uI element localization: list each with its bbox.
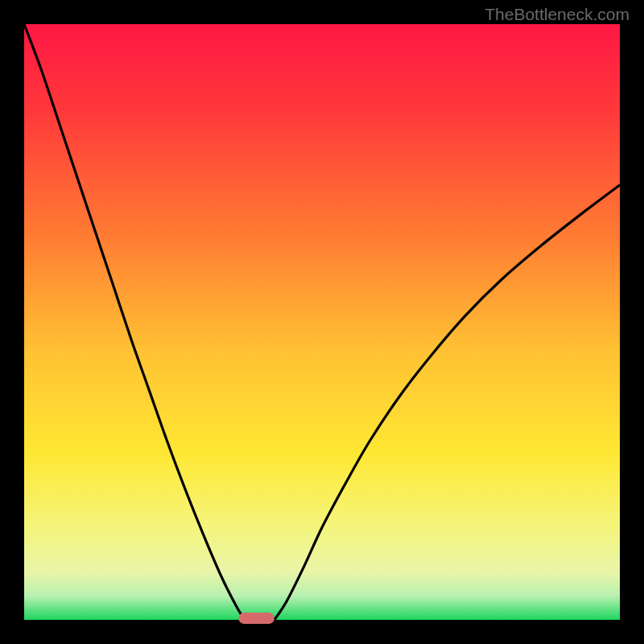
chart-svg bbox=[0, 0, 644, 644]
plot-background bbox=[24, 24, 620, 620]
bottom-marker bbox=[238, 613, 274, 624]
watermark-text: TheBottleneck.com bbox=[485, 5, 630, 24]
chart-container: TheBottleneck.com bbox=[0, 0, 644, 644]
